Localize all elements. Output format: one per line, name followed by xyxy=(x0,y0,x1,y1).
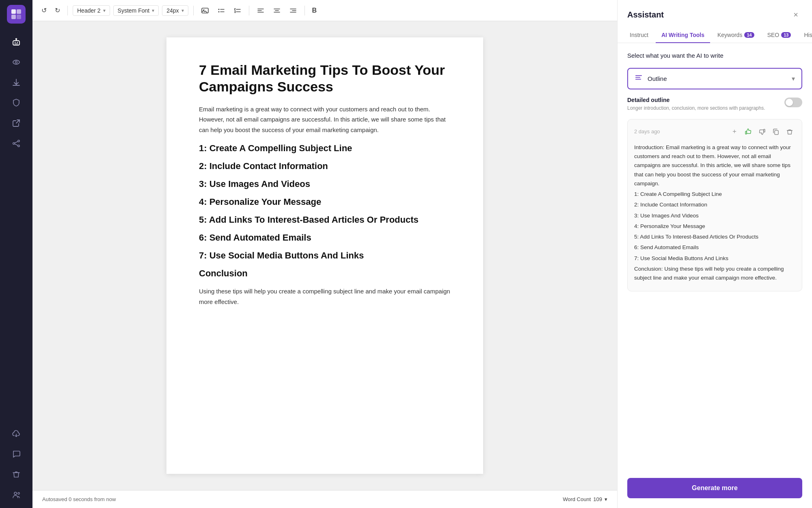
svg-point-9 xyxy=(15,61,17,63)
result-line-7: 7: Use Social Media Buttons And Links xyxy=(634,254,795,263)
toolbar-separator-2 xyxy=(193,6,194,15)
select-label-text: Select what you want the AI to write xyxy=(627,52,802,61)
redo-button[interactable]: ↻ xyxy=(52,5,63,16)
generate-more-button[interactable]: Generate more xyxy=(627,478,802,498)
users-icon[interactable] xyxy=(8,486,25,503)
font-value: System Font xyxy=(118,7,150,14)
svg-rect-5 xyxy=(15,42,16,43)
tab-seo[interactable]: SEO 13 xyxy=(762,28,797,43)
tab-keywords[interactable]: Keywords 14 xyxy=(712,28,760,43)
section-heading-3: 3: Use Images And Videos xyxy=(199,179,451,189)
align-center-button[interactable] xyxy=(270,5,283,16)
undo-button[interactable]: ↺ xyxy=(39,5,49,16)
size-select[interactable]: 24px ▾ xyxy=(162,5,188,16)
result-like-button[interactable] xyxy=(743,126,754,137)
result-copy-button[interactable] xyxy=(770,126,782,137)
assistant-panel: Assistant × Instruct AI Writing Tools Ke… xyxy=(617,0,812,508)
result-add-button[interactable]: ＋ xyxy=(729,126,740,137)
svg-rect-15 xyxy=(202,8,208,13)
result-line-4: 4: Personalize Your Message xyxy=(634,222,795,231)
export-icon[interactable] xyxy=(8,115,25,132)
result-line-2: 2: Include Contact Information xyxy=(634,200,795,209)
outline-select-dropdown[interactable]: Outline ▾ xyxy=(627,68,802,89)
svg-point-14 xyxy=(18,493,19,494)
robot-icon[interactable] xyxy=(8,33,25,50)
result-card-header: 2 days ago ＋ xyxy=(634,126,795,137)
chat-icon[interactable] xyxy=(8,445,25,462)
share-icon[interactable] xyxy=(8,135,25,152)
bullet-list-button[interactable] xyxy=(215,5,228,16)
assistant-tabs: Instruct AI Writing Tools Keywords 14 SE… xyxy=(618,28,812,43)
editor-content[interactable]: 7 Email Marketing Tips To Boost Your Cam… xyxy=(32,21,617,490)
app-logo[interactable] xyxy=(7,5,26,24)
result-dislike-button[interactable] xyxy=(756,126,768,137)
align-right-button[interactable] xyxy=(287,5,300,16)
bold-button[interactable]: B xyxy=(310,5,320,16)
svg-rect-22 xyxy=(745,131,747,134)
heading-value: Header 2 xyxy=(77,7,101,14)
download-icon[interactable] xyxy=(8,74,25,91)
image-button[interactable] xyxy=(199,5,212,16)
heading-chevron-icon: ▾ xyxy=(103,8,106,13)
editor-page: 7 Email Marketing Tips To Boost Your Cam… xyxy=(166,37,483,474)
status-bar: Autosaved 0 seconds from now Word Count … xyxy=(32,490,617,508)
svg-rect-2 xyxy=(11,15,16,19)
detailed-outline-row: Detailed outline Longer introduction, co… xyxy=(627,97,802,112)
result-line-3: 3: Use Images And Videos xyxy=(634,211,795,220)
result-line-0: Introduction: Email marketing is a great… xyxy=(634,143,795,188)
section-heading-1: 1: Create A Compelling Subject Line xyxy=(199,143,451,154)
seo-badge: 13 xyxy=(781,32,791,38)
result-line-6: 6: Send Automated Emails xyxy=(634,243,795,252)
section-heading-2: 2: Include Contact Information xyxy=(199,161,451,172)
svg-rect-3 xyxy=(17,15,21,19)
word-count-label: Word Count xyxy=(563,496,591,502)
tab-instruct[interactable]: Instruct xyxy=(624,28,654,43)
result-timestamp: 2 days ago xyxy=(634,128,660,135)
section-heading-5: 5: Add Links To Interest-Based Articles … xyxy=(199,215,451,225)
result-card: 2 days ago ＋ xyxy=(627,119,802,291)
detailed-outline-text: Detailed outline Longer introduction, co… xyxy=(627,97,765,112)
svg-rect-1 xyxy=(17,9,21,14)
size-chevron-icon: ▾ xyxy=(181,8,184,13)
heading-select[interactable]: Header 2 ▾ xyxy=(73,5,110,16)
autosave-status: Autosaved 0 seconds from now xyxy=(42,496,116,502)
toolbar-separator-4 xyxy=(304,6,305,15)
svg-point-7 xyxy=(16,39,17,40)
detailed-outline-toggle[interactable] xyxy=(784,98,802,107)
result-text: Introduction: Email marketing is a great… xyxy=(634,143,795,283)
section-heading-conclusion: Conclusion xyxy=(199,268,451,279)
word-count-chevron-icon: ▾ xyxy=(605,496,607,502)
generate-more-area: Generate more xyxy=(618,471,812,508)
section-heading-6: 6: Send Automated Emails xyxy=(199,232,451,243)
article-conclusion: Using these tips will help you create a … xyxy=(199,286,451,307)
keywords-badge: 14 xyxy=(744,32,754,38)
svg-rect-6 xyxy=(17,42,18,43)
tab-ai-writing-tools[interactable]: AI Writing Tools xyxy=(656,28,710,43)
toolbar-separator-1 xyxy=(67,6,68,15)
numbered-list-button[interactable] xyxy=(231,5,244,16)
svg-rect-20 xyxy=(635,77,640,78)
assistant-close-button[interactable]: × xyxy=(789,8,802,21)
detailed-outline-title: Detailed outline xyxy=(627,97,765,103)
result-line-5: 5: Add Links To Interest-Based Articles … xyxy=(634,232,795,241)
shield-icon[interactable] xyxy=(8,94,25,111)
font-select[interactable]: System Font ▾ xyxy=(113,5,159,16)
result-delete-button[interactable] xyxy=(784,126,795,137)
size-value: 24px xyxy=(166,7,179,14)
svg-point-13 xyxy=(14,492,17,495)
svg-rect-4 xyxy=(13,41,19,45)
result-actions: ＋ xyxy=(729,126,795,137)
outline-select-icon xyxy=(635,74,643,84)
trash-icon[interactable] xyxy=(8,466,25,483)
word-count-area[interactable]: Word Count 109 ▾ xyxy=(563,496,607,502)
align-left-button[interactable] xyxy=(254,5,267,16)
detailed-outline-description: Longer introduction, conclusion, more se… xyxy=(627,105,765,112)
tab-history[interactable]: History xyxy=(798,28,812,43)
eye-icon[interactable] xyxy=(8,54,25,71)
outline-option-label: Outline xyxy=(648,75,787,82)
cloud-download-icon[interactable] xyxy=(8,425,25,442)
sidebar xyxy=(0,0,32,508)
assistant-title: Assistant xyxy=(627,10,664,20)
section-heading-7: 7: Use Social Media Buttons And Links xyxy=(199,250,451,261)
font-chevron-icon: ▾ xyxy=(152,8,154,13)
